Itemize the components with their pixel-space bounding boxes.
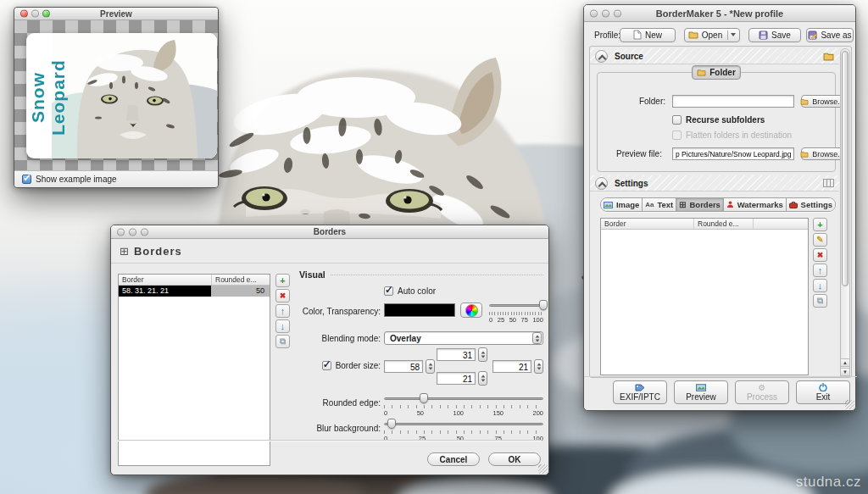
window-title: Preview — [100, 9, 132, 19]
border-size-checkbox[interactable]: Border size: — [322, 361, 381, 370]
ok-button[interactable]: OK — [488, 452, 541, 466]
new-profile-button[interactable]: New — [620, 28, 676, 42]
duplicate-button[interactable]: ⧉ — [275, 335, 290, 348]
border-top-spinner[interactable]: 31 — [437, 347, 487, 362]
rounded-edge-slider-thumb[interactable] — [420, 393, 428, 403]
power-icon — [819, 383, 827, 391]
add-border-button[interactable]: + — [813, 218, 827, 231]
preview-file-input[interactable] — [672, 147, 794, 160]
plus-icon: + — [817, 220, 822, 230]
delete-border-button[interactable]: ✖ — [813, 248, 827, 262]
save-as-icon — [808, 31, 817, 40]
preview-leopard-thumbnail — [52, 33, 217, 158]
borders-titlebar[interactable]: Borders — [111, 225, 548, 239]
bordermaker-window[interactable]: BorderMaker 5 - *New profile Profile: Ne… — [583, 4, 856, 411]
folder-icon — [697, 69, 706, 76]
show-example-label: Show example image — [36, 175, 117, 184]
source-section-header[interactable]: Source — [590, 48, 839, 64]
desktop: studna.cz BorderMaker 5 - *New profile P… — [0, 0, 868, 494]
close-button[interactable] — [117, 228, 125, 236]
color-swatch[interactable] — [384, 303, 455, 317]
show-example-checkbox[interactable] — [22, 175, 31, 184]
preview-file-browse-button[interactable]: Browse... — [801, 147, 843, 160]
profile-label: Profile: — [594, 31, 620, 40]
bordermaker-titlebar[interactable]: BorderMaker 5 - *New profile — [584, 5, 855, 22]
tab-text[interactable]: Aa Text — [643, 198, 676, 211]
source-groupbox: Folder Folder: Browse... Recurse subfold… — [597, 72, 836, 172]
transparency-slider[interactable]: 0255075100 — [489, 300, 543, 324]
resize-grip[interactable] — [538, 464, 548, 474]
minimize-button[interactable] — [602, 9, 609, 17]
preview-file-label: Preview file: — [616, 149, 662, 158]
open-dropdown-arrow[interactable] — [727, 31, 737, 40]
preview-button[interactable]: Preview — [674, 380, 728, 404]
window-title: Borders — [314, 227, 346, 236]
plus-icon: + — [280, 276, 285, 286]
delete-border-button[interactable]: ✖ — [275, 289, 290, 303]
folder-browse-button[interactable]: Browse... — [801, 95, 843, 108]
close-button[interactable] — [590, 9, 598, 17]
tab-watermarks[interactable]: Watermarks — [724, 198, 787, 211]
add-border-button[interactable]: + — [275, 274, 290, 287]
settings-section-header[interactable]: Settings — [590, 175, 839, 191]
exit-button[interactable]: Exit — [796, 380, 850, 404]
text-icon: Aa — [645, 201, 654, 208]
minimize-button[interactable] — [129, 228, 136, 236]
duplicate-button[interactable]: ⧉ — [813, 294, 827, 308]
move-up-button[interactable]: ↑ — [275, 304, 290, 318]
preview-window[interactable]: Preview — [14, 7, 219, 188]
save-as-profile-button[interactable]: Save as — [806, 28, 854, 42]
scroll-down-arrow[interactable]: ▼ — [840, 368, 850, 376]
rounded-edge-slider[interactable]: 050100150200 — [384, 393, 543, 417]
folder-input[interactable] — [672, 95, 794, 108]
preview-titlebar[interactable]: Preview — [14, 8, 218, 20]
open-profile-button[interactable]: Open — [684, 28, 740, 42]
blending-mode-select[interactable]: Overlay — [384, 331, 543, 345]
color-picker-button[interactable] — [460, 303, 482, 318]
recurse-subfolders-checkbox[interactable]: Recurse subfolders — [672, 115, 765, 125]
scrollbar-thumb[interactable] — [842, 51, 849, 286]
zoom-button[interactable] — [42, 10, 50, 18]
tab-settings[interactable]: Settings — [787, 198, 835, 211]
close-button[interactable] — [20, 10, 28, 18]
move-down-button[interactable]: ↓ — [275, 319, 290, 333]
dialog-borders-list[interactable]: Border Rounded e... 58. 31. 21. 21 50 — [118, 274, 270, 466]
tab-borders[interactable]: ⊞ Borders — [676, 198, 724, 211]
main-scrollbar[interactable]: ▲ ▼ — [840, 48, 850, 377]
folder-mode-toggle[interactable]: Folder — [692, 65, 741, 80]
edit-border-button[interactable]: ✎ — [813, 233, 827, 247]
blur-background-slider[interactable]: 0255075100 — [384, 419, 543, 442]
borders-list-toolbar: + ✎ ✖ ↑ ↓ ⧉ — [813, 218, 827, 309]
move-down-button[interactable]: ↓ — [813, 279, 827, 292]
select-stepper[interactable] — [532, 332, 542, 344]
collapse-source-icon[interactable] — [595, 50, 608, 63]
collapse-settings-icon[interactable] — [595, 177, 608, 190]
auto-color-checkbox[interactable]: Auto color — [384, 286, 436, 296]
column-rounded: Rounded e... — [212, 275, 270, 285]
minimize-button[interactable] — [31, 10, 39, 18]
folder-field-label: Folder: — [639, 97, 665, 106]
blur-background-slider-thumb[interactable] — [387, 419, 396, 429]
border-right-spinner[interactable]: 21 — [492, 359, 543, 374]
borders-dialog[interactable]: Borders ⊞ Borders Border Rounded e... 58… — [110, 225, 549, 475]
delete-icon: ✖ — [817, 252, 824, 259]
border-bottom-spinner[interactable]: 21 — [437, 371, 487, 386]
column-rounded: Rounded e... — [694, 219, 754, 229]
settings-tabbar: Image Aa Text ⊞ Borders Watermarks Setti… — [600, 197, 836, 212]
border-row-selected[interactable]: 58. 31. 21. 21 50 — [119, 286, 270, 297]
move-up-button[interactable]: ↑ — [813, 264, 827, 277]
image-icon — [604, 202, 613, 208]
save-profile-button[interactable]: Save — [748, 28, 801, 42]
scroll-up-arrow[interactable]: ▲ — [840, 358, 850, 367]
exif-iptc-button[interactable]: EXIF/IPTC — [613, 380, 667, 404]
transparency-slider-thumb[interactable] — [539, 300, 548, 310]
cancel-button[interactable]: Cancel — [427, 452, 480, 466]
border-left-spinner[interactable]: 58 — [384, 359, 435, 374]
resize-grip[interactable] — [845, 400, 854, 409]
tab-image[interactable]: Image — [601, 198, 643, 211]
zoom-button[interactable] — [614, 9, 621, 17]
zoom-button[interactable] — [141, 228, 148, 236]
column-border: Border — [119, 275, 212, 285]
arrow-up-icon: ↑ — [281, 307, 286, 316]
borders-list[interactable]: Border Rounded e... — [600, 218, 809, 375]
